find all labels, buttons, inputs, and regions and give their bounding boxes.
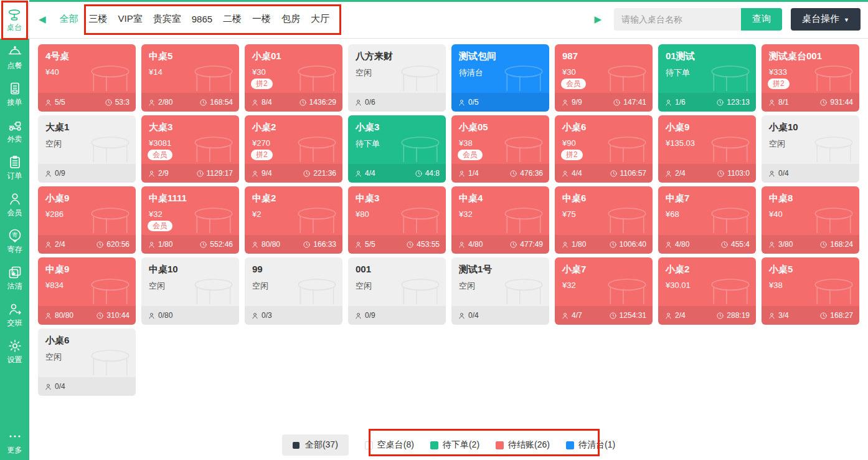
legend-item-3[interactable]: 待清台(1) bbox=[566, 439, 615, 451]
sidebar-item-tables[interactable]: 桌台 bbox=[0, 0, 29, 39]
table-card[interactable]: 小桌01¥30拼28/41436:29 bbox=[245, 44, 342, 112]
occupancy: 1/6 bbox=[664, 98, 686, 107]
table-name: 中桌7 bbox=[666, 193, 748, 204]
table-card[interactable]: 中桌2¥280/80166:33 bbox=[245, 186, 342, 254]
occupancy-value: 8/4 bbox=[262, 98, 272, 107]
table-card[interactable]: 中桌10空闲0/80 bbox=[141, 257, 239, 325]
sidebar-item-member[interactable]: 会员 bbox=[0, 186, 29, 223]
tab-floor-7[interactable]: 包房 bbox=[281, 13, 300, 25]
table-name: 4号桌 bbox=[45, 50, 128, 62]
tab-floor-6[interactable]: 一楼 bbox=[252, 13, 271, 25]
table-name: 小桌9 bbox=[45, 193, 128, 204]
table-name: 小桌05 bbox=[459, 122, 542, 133]
elapsed-time-value: 288:19 bbox=[727, 311, 750, 320]
occupancy-value: 0/4 bbox=[55, 382, 65, 391]
table-card[interactable]: 中桌8¥403/80168:24 bbox=[762, 186, 859, 254]
table-card[interactable]: 中桌1111¥32会员1/80552:46 bbox=[141, 186, 239, 254]
table-card[interactable]: 测试桌台001¥333拼28/1931:44 bbox=[762, 44, 859, 112]
table-card[interactable]: 001空闲0/9 bbox=[348, 257, 446, 325]
table-name: 小桌6 bbox=[562, 122, 645, 133]
legend-item-1[interactable]: 待下单(2) bbox=[430, 439, 479, 451]
table-card-footer: 0/80 bbox=[141, 306, 239, 325]
legend-square bbox=[430, 441, 438, 449]
sidebar-item-clipboard[interactable]: 订单 bbox=[0, 149, 29, 186]
sidebar-item-soldout[interactable]: 沽清 bbox=[0, 259, 29, 296]
person-icon bbox=[251, 170, 259, 178]
tab-floor-0[interactable]: 全部 bbox=[60, 13, 78, 25]
table-name: 01测试 bbox=[666, 50, 748, 62]
table-card[interactable]: 测试1号空闲0/4 bbox=[451, 257, 549, 325]
table-card[interactable]: 中桌4¥324/80477:49 bbox=[451, 186, 549, 254]
table-card[interactable]: 小桌10空闲0/4 bbox=[762, 115, 859, 183]
person-icon bbox=[664, 170, 672, 178]
sidebar-item-more[interactable]: 更多 bbox=[0, 425, 29, 458]
sidebar-item-gear[interactable]: 设置 bbox=[0, 333, 29, 370]
sidebar-item-receipt[interactable]: 接单 bbox=[0, 75, 29, 112]
occupancy-value: 5/5 bbox=[365, 240, 375, 249]
occupancy: 5/5 bbox=[354, 240, 375, 249]
table-card[interactable]: 小桌7¥324/71254:31 bbox=[555, 257, 653, 325]
occupancy-value: 4/80 bbox=[675, 240, 689, 249]
table-card[interactable]: 测试包间待清台0/5 bbox=[451, 44, 549, 112]
table-card[interactable]: 小桌9¥2862/4620:56 bbox=[38, 186, 136, 254]
table-watermark-icon bbox=[87, 277, 133, 306]
elapsed-time-value: 53:3 bbox=[115, 98, 130, 107]
person-icon bbox=[44, 98, 52, 107]
table-card-footer: 80/80166:33 bbox=[245, 235, 342, 254]
occupancy: 0/4 bbox=[458, 311, 479, 320]
occupancy: 0/4 bbox=[44, 382, 65, 391]
person-icon bbox=[148, 312, 156, 320]
table-card[interactable]: 99空闲0/3 bbox=[245, 257, 342, 325]
tab-floor-5[interactable]: 二楼 bbox=[223, 13, 242, 25]
tab-floor-8[interactable]: 大厅 bbox=[311, 13, 329, 25]
table-card-footer: 4/80477:49 bbox=[451, 235, 549, 254]
table-card[interactable]: 小桌5¥383/4168:27 bbox=[762, 257, 859, 325]
table-card[interactable]: 大桌3¥3081会员2/91129:17 bbox=[141, 115, 239, 183]
receipt-icon bbox=[7, 81, 22, 96]
table-card[interactable]: 中桌3¥805/5453:55 bbox=[348, 186, 446, 254]
sidebar-item-scooter[interactable]: 外卖 bbox=[0, 112, 29, 149]
search-input[interactable] bbox=[614, 8, 741, 31]
table-card[interactable]: 小桌6空闲0/4 bbox=[38, 328, 136, 396]
occupancy-value: 4/7 bbox=[572, 311, 582, 320]
elapsed-time: 1006:40 bbox=[609, 240, 646, 249]
filter-all-button[interactable]: 全部(37) bbox=[282, 434, 349, 456]
clock-icon bbox=[196, 170, 204, 178]
table-card[interactable]: 小桌3待下单4/444:8 bbox=[348, 115, 446, 183]
search-button[interactable]: 查询 bbox=[741, 8, 782, 31]
table-card[interactable]: 中桌7¥684/80455:4 bbox=[658, 186, 756, 254]
sidebar-item-deposit[interactable]: 寄寄存 bbox=[0, 223, 29, 259]
table-card[interactable]: 小桌6¥90拼24/41106:57 bbox=[555, 115, 653, 183]
sidebar-item-cloche[interactable]: 点餐 bbox=[0, 39, 29, 75]
table-card[interactable]: 小桌05¥38会员1/4476:36 bbox=[451, 115, 549, 183]
table-card[interactable]: 中桌9¥83480/80310:44 bbox=[38, 257, 136, 325]
table-card[interactable]: 01测试待下单1/6123:13 bbox=[658, 44, 756, 112]
sidebar-item-shift[interactable]: 交班 bbox=[0, 296, 29, 333]
prev-floor-arrow-icon[interactable] bbox=[39, 14, 46, 25]
table-card[interactable]: 小桌2¥30.012/4288:19 bbox=[658, 257, 756, 325]
tab-floor-3[interactable]: 贵宾室 bbox=[153, 13, 181, 25]
clock-icon bbox=[716, 98, 724, 107]
table-name: 小桌2 bbox=[252, 122, 335, 133]
member-icon bbox=[7, 191, 22, 206]
next-floor-arrow-icon[interactable] bbox=[594, 14, 601, 25]
table-name: 中桌6 bbox=[562, 193, 645, 204]
table-card[interactable]: 大桌1空闲0/9 bbox=[38, 115, 136, 183]
table-badge: 会员 bbox=[458, 150, 483, 160]
table-card[interactable]: 小桌2¥270拼29/4221:36 bbox=[245, 115, 342, 183]
tab-floor-1[interactable]: 三楼 bbox=[89, 13, 108, 25]
table-card[interactable]: 中桌5¥142/80168:54 bbox=[141, 44, 239, 112]
person-icon bbox=[251, 312, 259, 320]
table-card[interactable]: 小桌9¥135.032/41103:0 bbox=[658, 115, 756, 183]
legend-item-2[interactable]: 待结账(26) bbox=[496, 439, 550, 451]
table-name: 中桌9 bbox=[45, 264, 128, 275]
table-card[interactable]: 987¥30会员9/9147:41 bbox=[555, 44, 653, 112]
tab-floor-4[interactable]: 9865 bbox=[192, 14, 212, 24]
table-card[interactable]: 4号桌¥405/553:3 bbox=[38, 44, 136, 112]
table-card[interactable]: 八方来财空闲0/6 bbox=[348, 44, 446, 112]
table-actions-button[interactable]: 桌台操作 bbox=[791, 8, 861, 31]
tab-floor-2[interactable]: VIP室 bbox=[118, 13, 143, 25]
legend-item-0[interactable]: 空桌台(8) bbox=[365, 439, 414, 451]
table-card[interactable]: 中桌6¥751/801006:40 bbox=[555, 186, 653, 254]
table-badge: 拼2 bbox=[251, 79, 273, 89]
